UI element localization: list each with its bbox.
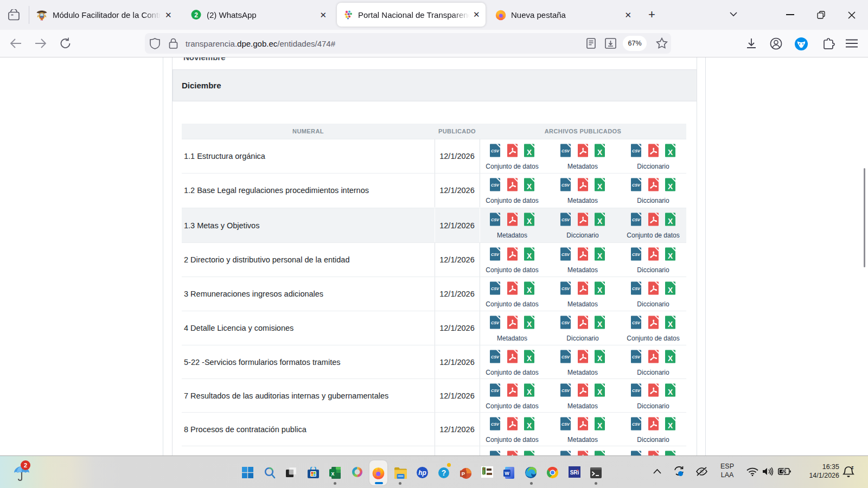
svg-text:2: 2 [24, 462, 27, 468]
svg-text:z: z [851, 465, 854, 470]
svg-text:hp: hp [418, 469, 426, 477]
svg-text:2: 2 [194, 11, 198, 19]
svg-text:W: W [505, 471, 509, 476]
svg-text:?: ? [442, 468, 446, 477]
svg-text:x: x [331, 470, 335, 477]
svg-text:P: P [462, 471, 465, 477]
